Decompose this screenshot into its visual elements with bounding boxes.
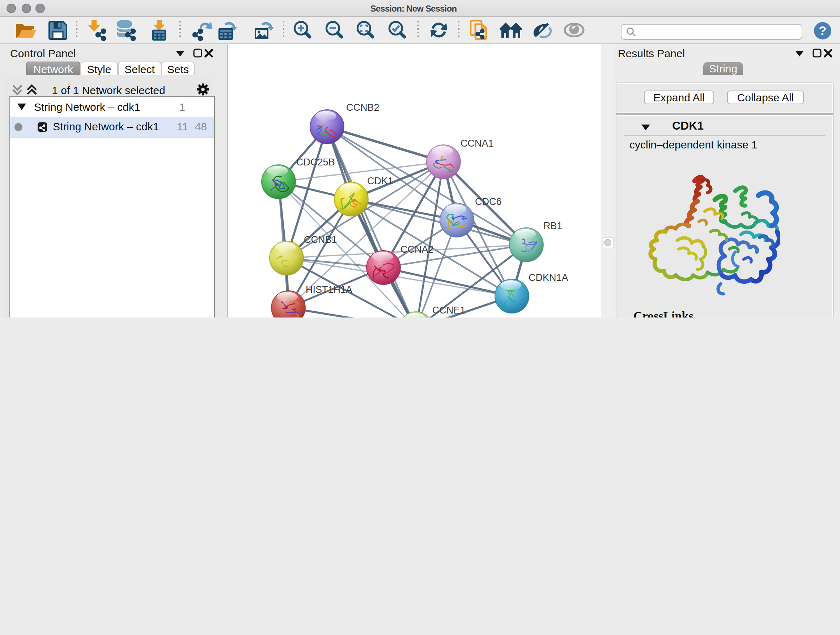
svg-text:RB1: RB1	[543, 220, 562, 231]
svg-text:CCNA2: CCNA2	[401, 244, 434, 255]
svg-text:CDK1: CDK1	[367, 176, 393, 187]
svg-text:CCNE1: CCNE1	[432, 305, 466, 316]
svg-text:CCNA1: CCNA1	[461, 138, 494, 149]
svg-text:CCNB2: CCNB2	[346, 102, 379, 113]
svg-text:CCNB1: CCNB1	[304, 234, 337, 245]
svg-text:?: ?	[819, 24, 827, 37]
svg-text:HIST1H1A: HIST1H1A	[306, 284, 352, 295]
svg-text:CDKN1A: CDKN1A	[529, 272, 568, 283]
svg-text:CDC25B: CDC25B	[296, 157, 335, 168]
svg-text:CDC6: CDC6	[475, 196, 502, 207]
